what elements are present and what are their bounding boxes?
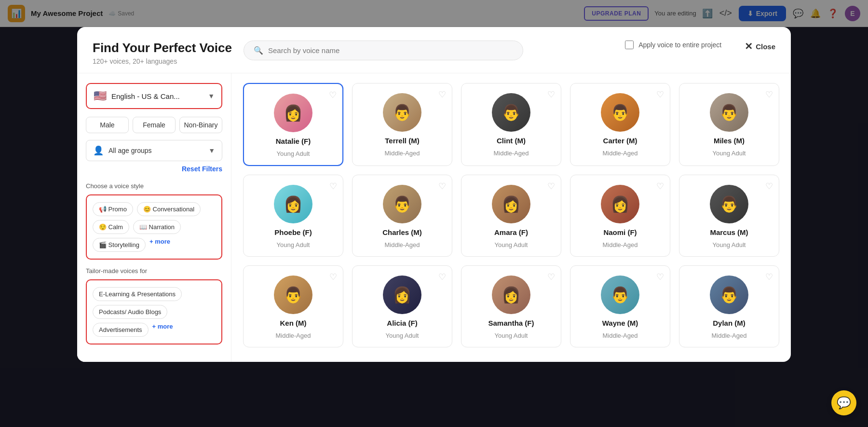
language-name: English - US & Can... (111, 92, 203, 100)
tailor-podcasts-tag[interactable]: Podcasts/ Audio Blogs (93, 305, 167, 319)
voice-name: Wayne (M) (602, 319, 638, 327)
modal-title-block: Find Your Perfect Voice 120+ voices, 20+… (93, 41, 232, 65)
apply-voice-label: Apply voice to entire project (638, 41, 721, 49)
heart-icon[interactable]: ♡ (329, 90, 337, 100)
voice-card-alicia[interactable]: ♡ 👩 Alicia (F) Young Adult (352, 265, 452, 347)
voice-card-clint[interactable]: ♡ 👨 Clint (M) Middle-Aged (461, 83, 561, 166)
voice-name: Terrell (M) (385, 137, 419, 145)
voice-name: Naomi (F) (603, 228, 637, 236)
voice-card-dylan[interactable]: ♡ 👨 Dylan (M) Middle-Aged (679, 265, 779, 347)
voice-avatar: 👩 (492, 275, 530, 314)
voice-card-samantha[interactable]: ♡ 👩 Samantha (F) Young Adult (461, 265, 561, 347)
style-calm-tag[interactable]: 😌 Calm (93, 220, 129, 234)
voice-avatar: 👨 (601, 275, 639, 314)
style-storytelling-tag[interactable]: 🎬 Storytelling (93, 238, 146, 252)
voice-name: Amara (F) (494, 228, 528, 236)
language-flag: 🇺🇸 (94, 90, 107, 102)
voice-card-marcus[interactable]: ♡ 👨 Marcus (M) Young Adult (679, 175, 779, 257)
age-label: All age groups (108, 147, 203, 154)
voice-age: Middle-Aged (603, 150, 638, 157)
heart-icon[interactable]: ♡ (765, 89, 773, 100)
voice-age: Young Adult (713, 241, 746, 248)
tailor-elearning-tag[interactable]: E-Learning & Presentations (93, 287, 182, 301)
gender-nonbinary-button[interactable]: Non-Binary (179, 117, 222, 133)
voice-avatar: 👩 (601, 185, 639, 223)
voice-name: Charles (M) (382, 228, 422, 236)
heart-icon[interactable]: ♡ (656, 89, 664, 100)
voice-card-wayne[interactable]: ♡ 👨 Wayne (M) Middle-Aged (570, 265, 670, 347)
voice-age: Middle-Aged (276, 332, 311, 339)
voice-avatar: 👩 (383, 275, 421, 314)
chat-bubble-button[interactable]: 💬 (831, 390, 856, 415)
tailor-ads-tag[interactable]: Advertisements (93, 323, 149, 337)
heart-icon[interactable]: ♡ (765, 272, 773, 282)
voice-card-terrell[interactable]: ♡ 👨 Terrell (M) Middle-Aged (352, 83, 452, 166)
voice-name: Samantha (F) (488, 319, 534, 327)
close-button[interactable]: ✕ Close (745, 41, 775, 52)
voice-picker-modal: Find Your Perfect Voice 120+ voices, 20+… (77, 27, 791, 362)
heart-icon[interactable]: ♡ (329, 181, 337, 192)
voice-name: Alicia (F) (387, 319, 417, 327)
heart-icon[interactable]: ♡ (547, 181, 555, 192)
heart-icon[interactable]: ♡ (765, 181, 773, 192)
voice-card-ken[interactable]: ♡ 👨 Ken (M) Middle-Aged (243, 265, 343, 347)
voice-age: Middle-Aged (494, 150, 529, 157)
close-icon: ✕ (745, 41, 753, 52)
voice-name: Dylan (M) (713, 319, 746, 327)
heart-icon[interactable]: ♡ (438, 181, 446, 192)
apply-voice-checkbox[interactable] (625, 41, 634, 49)
voice-age: Middle-Aged (712, 332, 747, 339)
voice-card-naomi[interactable]: ♡ 👩 Naomi (F) Middle-Aged (570, 175, 670, 257)
voice-style-tags: 📢 Promo 😊 Conversational 😌 Calm 📖 Narrat… (93, 202, 216, 252)
voice-card-miles[interactable]: ♡ 👨 Miles (M) Young Adult (679, 83, 779, 166)
search-input[interactable] (268, 46, 513, 55)
voice-name: Clint (M) (497, 137, 526, 145)
voice-avatar: 👩 (274, 94, 312, 132)
voice-avatar: 👨 (383, 185, 421, 223)
language-dropdown[interactable]: 🇺🇸 English - US & Can... ▼ (86, 83, 222, 109)
voice-card-carter[interactable]: ♡ 👨 Carter (M) Middle-Aged (570, 83, 670, 166)
voice-age: Young Adult (277, 150, 310, 157)
reset-filters-link[interactable]: Reset Filters (86, 165, 222, 173)
gender-male-button[interactable]: Male (86, 117, 129, 133)
search-bar[interactable]: 🔍 (244, 41, 523, 60)
voice-age: Young Adult (713, 150, 746, 157)
voice-age: Young Adult (495, 241, 528, 248)
heart-icon[interactable]: ♡ (438, 89, 446, 100)
style-narration-tag[interactable]: 📖 Narration (133, 220, 181, 234)
voice-name: Carter (M) (603, 137, 637, 145)
modal-header: Find Your Perfect Voice 120+ voices, 20+… (77, 27, 791, 73)
voice-age: Middle-Aged (385, 241, 420, 248)
voice-age: Middle-Aged (603, 241, 638, 248)
modal-body: 🇺🇸 English - US & Can... ▼ Male Female N… (77, 73, 791, 362)
voice-avatar: 👨 (492, 93, 530, 132)
heart-icon[interactable]: ♡ (547, 272, 555, 282)
voice-grid: ♡ 👩 Natalie (F) Young Adult ♡ 👨 Terrell … (243, 83, 779, 347)
style-promo-tag[interactable]: 📢 Promo (93, 202, 133, 216)
voice-style-label: Choose a voice style (86, 182, 222, 190)
voice-avatar: 👨 (710, 93, 748, 132)
voice-style-more-link[interactable]: + more (149, 238, 170, 252)
age-chevron-icon: ▼ (208, 147, 215, 154)
style-conversational-tag[interactable]: 😊 Conversational (137, 202, 201, 216)
age-icon: 👤 (93, 145, 104, 156)
voice-card-amara[interactable]: ♡ 👩 Amara (F) Young Adult (461, 175, 561, 257)
gender-female-button[interactable]: Female (133, 117, 176, 133)
voice-grid-area: ♡ 👩 Natalie (F) Young Adult ♡ 👨 Terrell … (231, 73, 791, 362)
voice-name: Phoebe (F) (274, 228, 312, 236)
heart-icon[interactable]: ♡ (547, 89, 555, 100)
voice-style-box: 📢 Promo 😊 Conversational 😌 Calm 📖 Narrat… (86, 194, 222, 260)
voice-avatar: 👩 (492, 185, 530, 223)
heart-icon[interactable]: ♡ (438, 272, 446, 282)
heart-icon[interactable]: ♡ (656, 272, 664, 282)
heart-icon[interactable]: ♡ (656, 181, 664, 192)
age-dropdown[interactable]: 👤 All age groups ▼ (86, 140, 222, 161)
voice-card-charles[interactable]: ♡ 👨 Charles (M) Middle-Aged (352, 175, 452, 257)
filter-sidebar: 🇺🇸 English - US & Can... ▼ Male Female N… (77, 73, 231, 362)
tailor-more-link[interactable]: + more (152, 323, 173, 337)
search-icon: 🔍 (254, 46, 263, 55)
chevron-down-icon: ▼ (208, 92, 215, 100)
heart-icon[interactable]: ♡ (329, 272, 337, 282)
voice-card-phoebe[interactable]: ♡ 👩 Phoebe (F) Young Adult (243, 175, 343, 257)
voice-card-natalie[interactable]: ♡ 👩 Natalie (F) Young Adult (243, 83, 343, 166)
